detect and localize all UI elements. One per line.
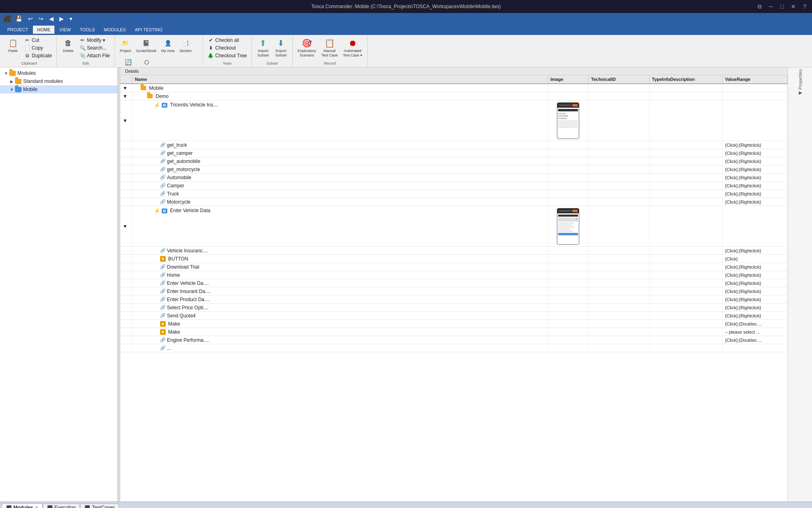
data-grid[interactable]: Name Image TechnicalID TypeInfoDescripti… bbox=[120, 75, 788, 501]
table-row[interactable]: 🔗 get_truck {Click};{Rightclick} bbox=[120, 141, 788, 149]
title-bar: Tosca Commander: Mobile (C:\Tosca_Projec… bbox=[0, 0, 812, 13]
square-icon: ■ bbox=[160, 329, 166, 335]
exploratory-scenario-button[interactable]: 🎯 ExploratoryScenario bbox=[296, 37, 318, 59]
row-image bbox=[548, 279, 589, 287]
table-row[interactable]: 🔗 Camper {Click};{Rightclick} bbox=[120, 182, 788, 190]
minimize-icon[interactable]: ─ bbox=[767, 2, 775, 11]
table-row[interactable]: 🔗 Vehicle Insuranc.... {Click};{Rightcli… bbox=[120, 247, 788, 255]
table-row[interactable]: 🔗 Select Price Opti.... {Click};{Rightcl… bbox=[120, 304, 788, 312]
copy-button[interactable]: 📄 Copy bbox=[23, 44, 53, 52]
table-row[interactable]: 🔗 Automobile {Click};{Rightclick} bbox=[120, 174, 788, 182]
export-subset-button[interactable]: ⬇ ExportSubset bbox=[273, 37, 289, 59]
row-expand[interactable]: ▼ bbox=[120, 92, 132, 100]
table-row[interactable]: 🔗 get_camper {Click};{Rightclick} bbox=[120, 149, 788, 157]
row-name: ■ Make bbox=[132, 320, 548, 328]
sidebar-item-modules[interactable]: ▼ Modules bbox=[0, 69, 117, 77]
table-row[interactable]: 🔗 Download Trial {Click};{Rightclick} bbox=[120, 263, 788, 271]
restore-icon[interactable]: ⧉ bbox=[755, 2, 764, 11]
duplicate-icon: ⧉ bbox=[24, 52, 30, 59]
tab-tools[interactable]: TOOLS bbox=[76, 26, 99, 34]
toolbar-dropdown-button[interactable]: ▾ bbox=[68, 15, 74, 23]
modify-button[interactable]: ✏ Modify ▾ bbox=[78, 37, 111, 44]
row-typeinfo bbox=[650, 182, 723, 189]
paste-button[interactable]: 📋 Paste bbox=[5, 37, 21, 54]
forward-button[interactable]: ▶ bbox=[58, 15, 65, 23]
checkin-all-label: Checkin all bbox=[215, 37, 239, 43]
close-icon[interactable]: ✕ bbox=[788, 2, 798, 11]
save-button[interactable]: 💾 bbox=[14, 15, 24, 23]
row-typeinfo bbox=[650, 206, 723, 246]
import-subset-button[interactable]: ⬆ ImportSubset bbox=[255, 37, 271, 59]
row-expand[interactable]: ▼ bbox=[120, 100, 132, 141]
manual-test-case-button[interactable]: 📋 ManualTest Case bbox=[319, 37, 340, 59]
table-row[interactable]: 🔗 Engine Performa.... {Click};{Doublec..… bbox=[120, 336, 788, 344]
search-label: Search... bbox=[87, 45, 106, 51]
tab-modules[interactable]: MODULES bbox=[100, 26, 130, 34]
details-tab[interactable]: Details bbox=[120, 67, 788, 75]
table-row[interactable]: 🔗 get_motorcycle {Click};{Rightclick} bbox=[120, 165, 788, 174]
modules-tab-close[interactable]: ✕ bbox=[35, 506, 38, 508]
scratchbook-button[interactable]: 📓 Scratchbook bbox=[134, 37, 158, 54]
table-row[interactable]: 🔗 Enter Product Da.... {Click};{Rightcli… bbox=[120, 295, 788, 304]
grid-header-image: Image bbox=[548, 75, 589, 83]
table-row[interactable]: ▼ Mobile bbox=[120, 84, 788, 92]
row-image bbox=[548, 84, 589, 92]
table-row[interactable]: ▼ Demo bbox=[120, 92, 788, 100]
back-button[interactable]: ◀ bbox=[48, 15, 55, 23]
scratchbook-label: Scratchbook bbox=[136, 49, 156, 53]
checkout-label: Checkout bbox=[215, 45, 236, 51]
table-row[interactable]: 🔗 Enter Vehicle Da.... {Click};{Rightcli… bbox=[120, 279, 788, 287]
bottom-tab-execution[interactable]: ⬛ Execution bbox=[43, 504, 80, 508]
undo-button[interactable]: ↩ bbox=[26, 15, 35, 23]
attach-file-icon: 📎 bbox=[79, 52, 86, 59]
table-row[interactable]: ■ BUTTON {Click} bbox=[120, 255, 788, 263]
bottom-tab-modules[interactable]: ⬛ Modules ✕ bbox=[2, 504, 43, 508]
table-row[interactable]: ■ Make {Click};{Doublec.... bbox=[120, 320, 788, 328]
bottom-tab-testcases[interactable]: ⬛ TestCases bbox=[80, 504, 119, 508]
table-row[interactable]: ▼ ⚡ M Tricentis Vehicle Ins.... TRICENTI… bbox=[120, 100, 788, 141]
row-expand bbox=[120, 149, 132, 157]
row-image bbox=[548, 304, 589, 311]
automated-test-case-button[interactable]: ⏺ AutomatedTest Case ▾ bbox=[341, 37, 364, 59]
maximize-icon[interactable]: □ bbox=[778, 2, 786, 11]
section-button[interactable]: 📑 Section bbox=[178, 37, 193, 54]
tab-view[interactable]: VIEW bbox=[55, 26, 75, 34]
row-valuerange: {Click};{Rightclick} bbox=[723, 149, 788, 157]
tab-home[interactable]: HOME bbox=[33, 26, 54, 34]
table-row[interactable]: 🔗 get_automobile {Click};{Rightclick} bbox=[120, 157, 788, 165]
project-goto-button[interactable]: 📁 Project bbox=[118, 37, 133, 54]
row-expand[interactable]: ▼ bbox=[120, 84, 132, 92]
myarea-button[interactable]: 👤 My Area bbox=[160, 37, 176, 54]
checkout-button[interactable]: ⬇ Checkout bbox=[206, 44, 248, 52]
row-technicalid bbox=[589, 100, 650, 141]
checkout-tree-button[interactable]: 🌲 Checkout Tree bbox=[206, 52, 248, 59]
row-name: ⚡ M Enter Vehicle Data bbox=[132, 206, 548, 246]
attach-file-button[interactable]: 📎 Attach File bbox=[78, 52, 111, 59]
table-row[interactable]: 🔗 ... bbox=[120, 344, 788, 352]
duplicate-button[interactable]: ⧉ Duplicate bbox=[23, 52, 53, 59]
cut-button[interactable]: ✂ Cut bbox=[23, 37, 53, 44]
table-row[interactable]: ■ Make – please select ... bbox=[120, 328, 788, 336]
row-valuerange: {Click};{Doublec.... bbox=[723, 320, 788, 328]
redo-button[interactable]: ↪ bbox=[37, 15, 45, 23]
tab-project[interactable]: PROJECT bbox=[3, 26, 32, 34]
table-row[interactable]: 🔗 Truck {Click};{Rightclick} bbox=[120, 190, 788, 198]
checkin-all-button[interactable]: ✔ Checkin all bbox=[206, 37, 248, 44]
search-button[interactable]: 🔍 Search... bbox=[78, 44, 111, 52]
table-row[interactable]: 🔗 Motorcycle {Click};{Rightclick} bbox=[120, 198, 788, 206]
help-icon[interactable]: ? bbox=[801, 2, 809, 11]
row-expand[interactable]: ▼ bbox=[120, 206, 132, 246]
row-image bbox=[548, 271, 589, 279]
clipboard-label: Clipboard bbox=[21, 61, 37, 65]
table-row[interactable]: 🔗 Send Quote4 {Click};{Rightclick} bbox=[120, 312, 788, 320]
delete-button[interactable]: 🗑 Delete bbox=[60, 37, 76, 54]
row-name: 🔗 get_automobile bbox=[132, 157, 548, 165]
table-row[interactable]: 🔗 Enter Insurant Da.... {Click};{Rightcl… bbox=[120, 287, 788, 295]
import-subset-icon: ⬆ bbox=[258, 37, 269, 49]
sidebar-item-mobile[interactable]: ▼ Mobile bbox=[0, 85, 117, 93]
table-row[interactable]: 🔗 Home {Click};{Rightclick} bbox=[120, 271, 788, 279]
properties-label[interactable]: ◀ Properties bbox=[797, 69, 803, 96]
sidebar-item-standard-modules[interactable]: ▶ Standard modules bbox=[0, 77, 117, 85]
tab-api-testing[interactable]: API TESTING bbox=[131, 26, 167, 34]
table-row[interactable]: ▼ ⚡ M Enter Vehicle Data TRICENTIS bbox=[120, 206, 788, 247]
